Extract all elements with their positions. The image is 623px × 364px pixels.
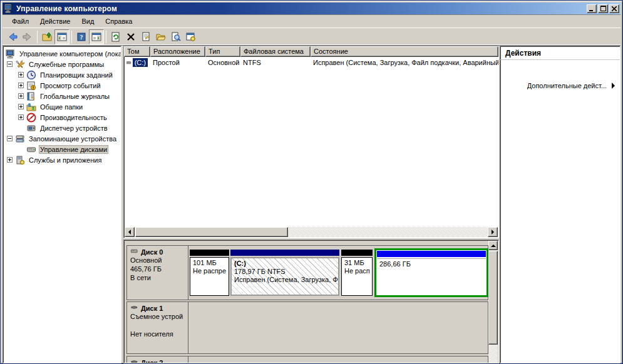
open-folder-button[interactable] [153,29,168,44]
volume-type: Основной [205,59,240,66]
actions-section-header[interactable]: Управление дисками [500,61,620,76]
actions-pane: Действия Управление дисками Дополнительн… [500,46,620,363]
svg-text:?: ? [80,34,83,41]
titlebar[interactable]: Управление компьютером [3,3,620,14]
tree-item-services[interactable]: Службы и приложения [3,154,121,165]
partition-text: Не расп [344,267,369,275]
tree-item-shared-folders[interactable]: Общие папки [3,101,121,112]
menu-файл[interactable]: Файл [6,16,34,27]
tree-item-storage[interactable]: Запоминающие устройства [3,133,121,144]
tree-item-event-viewer[interactable]: Просмотр событий [3,80,121,91]
minus-expander-icon[interactable] [7,136,13,141]
tree-item-scheduler[interactable]: Планировщик заданий [3,69,121,80]
column-header-5[interactable]: Состояние [311,46,498,57]
disk-label[interactable]: Диск 1Съемное устрой Нет носителя [127,302,188,353]
content-area: Управление компьютером (локаСлужебные пр… [3,46,620,363]
tree-item-label[interactable]: Службы и приложения [28,156,103,164]
scroll-thumb[interactable] [488,251,498,345]
collapse-icon[interactable] [607,67,614,70]
tree-item-performance[interactable]: Производительность [3,112,121,123]
tree-item-disk-management[interactable]: Управление дисками [3,144,121,154]
volume-location: Простой [150,59,205,66]
help-button[interactable]: ? [74,29,89,44]
disk-info-line: Съемное устрой [130,312,185,321]
tree-item-label[interactable]: Производительность [39,113,108,122]
plus-expander-icon[interactable] [7,157,13,163]
show-action-pane-button[interactable] [89,29,104,44]
scroll-thumb[interactable] [135,227,288,237]
volume-name[interactable]: (C:) [133,58,148,67]
disk-row-0[interactable]: Диск 0Основной465,76 ГБВ сети101 МБНе ра… [126,245,488,300]
snap-in-settings-button[interactable] [183,29,198,44]
tree-item-label[interactable]: Глобальные журналы [39,92,111,101]
column-header-4[interactable]: Файловая система [240,46,311,57]
volume-list-panel: ТомРасположениеТипФайловая системаСостоя… [123,46,499,238]
actions-item[interactable]: Дополнительные дейст... [500,76,620,92]
tree-item-label[interactable]: Управление дисками [39,145,108,154]
volume-list-header: ТомРасположениеТипФайловая системаСостоя… [124,46,498,57]
back-button[interactable] [5,29,20,44]
up-folder-button[interactable] [39,29,54,44]
toolbar-separator [37,31,38,43]
tree-item-label[interactable]: Запоминающие устройства [28,134,118,143]
scroll-left-button[interactable] [125,227,135,237]
partition-body[interactable]: 286,66 ГБ [377,258,486,295]
forward-button[interactable] [20,29,35,44]
scroll-right-button[interactable] [488,227,498,237]
tree-item-device-manager[interactable]: Диспетчер устройств [3,123,121,133]
tree-item-logs[interactable]: Глобальные журналы [3,91,121,101]
scroll-up-button[interactable] [488,241,498,250]
event-viewer-icon [26,81,36,91]
minus-expander-icon[interactable] [7,61,13,67]
scheduler-icon [26,70,36,80]
tree-item-tools[interactable]: Служебные программы [3,59,121,69]
properties-button[interactable] [138,29,153,44]
column-header-1[interactable]: Том [124,46,150,57]
tree-item-label[interactable]: Планировщик заданий [39,71,114,79]
disk-label[interactable]: Диск 0Основной465,76 ГБВ сети [127,246,188,300]
tree-item-label[interactable]: Диспетчер устройств [39,124,109,133]
disk-row-2[interactable]: Диск 2 [126,356,488,363]
horizontal-scrollbar[interactable] [125,227,498,237]
show-console-tree-button[interactable] [54,29,70,44]
tree-item-label[interactable]: Управление компьютером (лока [18,49,121,58]
tools-icon [15,59,25,69]
menu-справка[interactable]: Справка [100,16,138,27]
partition[interactable]: 101 МБНе распре [190,250,229,296]
actions-item-label[interactable]: Дополнительные дейст... [527,82,607,89]
tree-item-label[interactable]: Общие папки [39,103,84,111]
shared-folders-icon [26,102,36,112]
vertical-scrollbar[interactable] [488,241,498,363]
tree-item-computer[interactable]: Управление компьютером (лока [3,48,121,59]
maximize-button[interactable] [598,4,608,13]
disk-management-icon [26,144,36,154]
plus-expander-icon[interactable] [18,72,24,78]
partition-body[interactable]: 31 МБНе расп [341,257,373,296]
plus-expander-icon[interactable] [18,93,24,99]
tree-item-label[interactable]: Просмотр событий [39,81,102,90]
minimize-button[interactable] [587,4,597,13]
plus-expander-icon[interactable] [18,104,24,109]
delete-button[interactable] [123,29,138,44]
menu-действие[interactable]: Действие [34,16,76,27]
plus-expander-icon[interactable] [18,83,24,88]
close-button[interactable] [609,4,619,13]
plus-expander-icon[interactable] [18,114,24,120]
menu-вид[interactable]: Вид [76,16,100,27]
partition-body[interactable]: (C:)178,97 ГБ NTFSИсправен (Система, Заг… [230,257,339,296]
show-console-tree-icon [57,32,67,42]
partition[interactable]: (C:)178,97 ГБ NTFSИсправен (Система, Заг… [230,250,339,296]
column-header-2[interactable]: Расположение [150,46,205,57]
disk-name: Диск 2 [141,359,163,363]
disk-row-1[interactable]: Диск 1Съемное устрой Нет носителя [126,301,488,354]
tree-item-label[interactable]: Служебные программы [28,60,105,69]
device-manager-icon [26,123,36,133]
partition[interactable]: 31 МБНе расп [341,250,373,296]
find-button[interactable] [168,29,183,44]
partition-body[interactable]: 101 МБНе распре [190,257,229,296]
volume-row[interactable]: (C:)ПростойОсновнойNTFSИсправен (Система… [124,57,498,68]
refresh-button[interactable] [108,29,123,44]
column-header-3[interactable]: Тип [205,46,240,57]
partition[interactable]: 286,66 ГБ [374,248,488,297]
disk-label[interactable]: Диск 2 [127,356,188,363]
